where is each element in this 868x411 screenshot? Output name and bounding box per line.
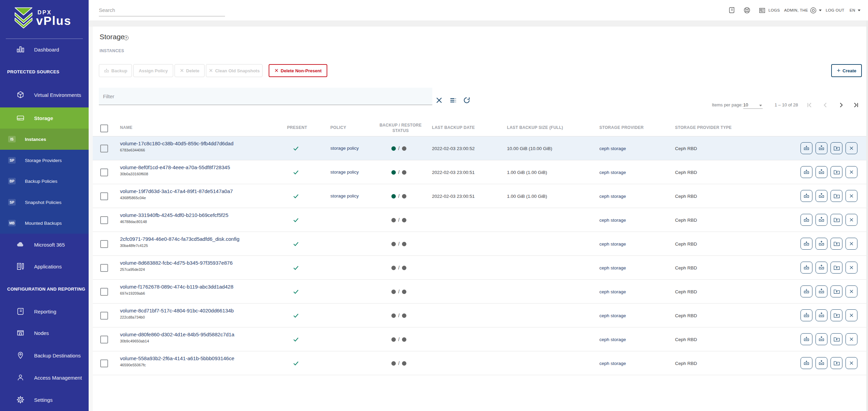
row-checkbox[interactable] — [100, 145, 108, 152]
restore-action-button[interactable] — [815, 285, 827, 297]
restore-action-button[interactable] — [815, 309, 827, 321]
delete-action-button[interactable] — [845, 238, 857, 250]
backup-action-button[interactable] — [800, 214, 812, 226]
instance-name-link[interactable]: volume-d80fe860-d302-4d1e-84b5-95d5882c7… — [120, 332, 234, 337]
column-header-last-backup-date[interactable]: LAST BACKUP DATE — [432, 125, 475, 130]
backup-action-button[interactable] — [800, 166, 812, 178]
page-size-select[interactable]: 10 — [743, 102, 763, 109]
instance-name-link[interactable]: volume-8d683882-fcbc-4d75-b345-97f35937e… — [120, 260, 233, 266]
row-checkbox[interactable] — [100, 264, 108, 272]
restore-action-button[interactable] — [815, 190, 827, 202]
mount-action-button[interactable] — [830, 214, 842, 226]
select-all-checkbox[interactable] — [100, 124, 108, 132]
title-help-icon[interactable]: ? — [124, 35, 129, 40]
storage-provider-link[interactable]: ceph storage — [599, 313, 626, 318]
report-icon[interactable] — [728, 6, 735, 14]
storage-provider-link[interactable]: ceph storage — [599, 337, 626, 342]
filter-list-icon[interactable] — [449, 97, 457, 104]
language-menu[interactable]: EN — [850, 0, 860, 20]
sidebar-subitem-instances[interactable]: IS Instances — [0, 129, 89, 150]
storage-provider-link[interactable]: ceph storage — [599, 289, 626, 294]
delete-action-button[interactable] — [845, 262, 857, 274]
backup-action-button[interactable] — [800, 238, 812, 250]
delete-action-button[interactable] — [845, 309, 857, 321]
backup-action-button[interactable] — [800, 262, 812, 274]
sidebar-item-dashboard[interactable]: Dashboard — [0, 39, 89, 60]
help-icon[interactable] — [743, 6, 751, 14]
row-checkbox[interactable] — [100, 216, 108, 224]
column-header-present[interactable]: PRESENT — [287, 125, 307, 130]
restore-action-button[interactable] — [815, 214, 827, 226]
row-checkbox[interactable] — [100, 336, 108, 343]
mount-action-button[interactable] — [830, 190, 842, 202]
filter-input[interactable] — [99, 88, 432, 105]
delete-action-button[interactable] — [845, 357, 857, 369]
delete-action-button[interactable] — [845, 190, 857, 202]
restore-action-button[interactable] — [815, 142, 827, 154]
delete-action-button[interactable] — [845, 142, 857, 154]
backup-button[interactable]: Backup — [99, 64, 132, 77]
column-header-last-backup-size[interactable]: LAST BACKUP SIZE (FULL) — [507, 125, 563, 130]
storage-provider-link[interactable]: ceph storage — [599, 194, 626, 199]
clean-old-snapshots-button[interactable]: ✕ Clean Old Snapshots — [206, 64, 263, 77]
mount-action-button[interactable] — [830, 166, 842, 178]
row-checkbox[interactable] — [100, 359, 108, 367]
sidebar-item-access-management[interactable]: Access Management — [0, 367, 89, 388]
storage-provider-link[interactable]: ceph storage — [599, 361, 626, 366]
delete-button[interactable]: ✕ Delete — [175, 64, 205, 77]
row-checkbox[interactable] — [100, 240, 108, 248]
sidebar-item-storage[interactable]: Storage — [0, 107, 89, 129]
clear-filter-icon[interactable] — [435, 97, 443, 104]
restore-action-button[interactable] — [815, 262, 827, 274]
mount-action-button[interactable] — [830, 333, 842, 345]
row-checkbox[interactable] — [100, 288, 108, 296]
backup-action-button[interactable] — [800, 285, 812, 297]
sidebar-item-reporting[interactable]: Reporting — [0, 301, 89, 322]
backup-action-button[interactable] — [800, 190, 812, 202]
delete-action-button[interactable] — [845, 166, 857, 178]
storage-provider-link[interactable]: ceph storage — [599, 241, 626, 247]
restore-action-button[interactable] — [815, 357, 827, 369]
sidebar-subitem-snapshot-policies[interactable]: SP Snapshot Policies — [0, 192, 89, 212]
row-checkbox[interactable] — [100, 312, 108, 320]
instance-name-link[interactable]: volume-19f7d63d-3a1c-47a4-89f1-87de5147a… — [120, 188, 233, 194]
sidebar-subitem-mounted-backups[interactable]: MB Mounted Backups — [0, 213, 89, 234]
assign-policy-button[interactable]: Assign Policy — [133, 64, 173, 77]
create-button[interactable]: + Create — [831, 64, 862, 77]
mount-action-button[interactable] — [830, 309, 842, 321]
next-page-icon[interactable] — [838, 102, 844, 108]
instance-name-link[interactable]: 2cfc0971-7994-46e0-874c-fa73cd5adfd6_dis… — [120, 236, 239, 242]
sidebar-item-microsoft-365[interactable]: Microsoft 365 — [0, 234, 89, 255]
instance-name-link[interactable]: volume-f1762678-089c-474c-b119-abc3dd1ad… — [120, 284, 233, 290]
scrollbar-strip[interactable] — [866, 20, 868, 411]
logout-button[interactable]: LOG OUT — [826, 0, 844, 20]
first-page-icon[interactable] — [806, 102, 813, 108]
mount-action-button[interactable] — [830, 357, 842, 369]
refresh-icon[interactable] — [463, 97, 470, 104]
instance-name-link[interactable]: volume-331940fb-4245-4df0-b210-b69cefcf5… — [120, 212, 228, 218]
sidebar-item-nodes[interactable]: Nodes — [0, 322, 89, 343]
column-header-status[interactable]: BACKUP / RESTORE STATUS — [377, 122, 424, 133]
sidebar-item-virtual-environments[interactable]: Virtual Environments — [0, 84, 89, 105]
policy-link[interactable]: storage policy — [330, 170, 359, 175]
mount-action-button[interactable] — [830, 262, 842, 274]
column-header-storage-provider-type[interactable]: STORAGE PROVIDER TYPE — [675, 125, 732, 130]
row-checkbox[interactable] — [100, 168, 108, 176]
mount-action-button[interactable] — [830, 285, 842, 297]
column-header-name[interactable]: NAME — [120, 125, 133, 130]
policy-link[interactable]: storage policy — [330, 193, 359, 199]
restore-action-button[interactable] — [815, 333, 827, 345]
backup-action-button[interactable] — [800, 142, 812, 154]
storage-provider-link[interactable]: ceph storage — [599, 170, 626, 175]
backup-action-button[interactable] — [800, 333, 812, 345]
row-checkbox[interactable] — [100, 192, 108, 200]
delete-action-button[interactable] — [845, 333, 857, 345]
column-header-storage-provider[interactable]: STORAGE PROVIDER — [599, 125, 644, 130]
last-page-icon[interactable] — [852, 102, 859, 108]
mount-action-button[interactable] — [830, 142, 842, 154]
sidebar-item-backup-destinations[interactable]: Backup Destinations — [0, 345, 89, 366]
delete-action-button[interactable] — [845, 214, 857, 226]
sidebar-subitem-backup-policies[interactable]: BP Backup Policies — [0, 171, 89, 192]
backup-action-button[interactable] — [800, 309, 812, 321]
storage-provider-link[interactable]: ceph storage — [599, 218, 626, 223]
